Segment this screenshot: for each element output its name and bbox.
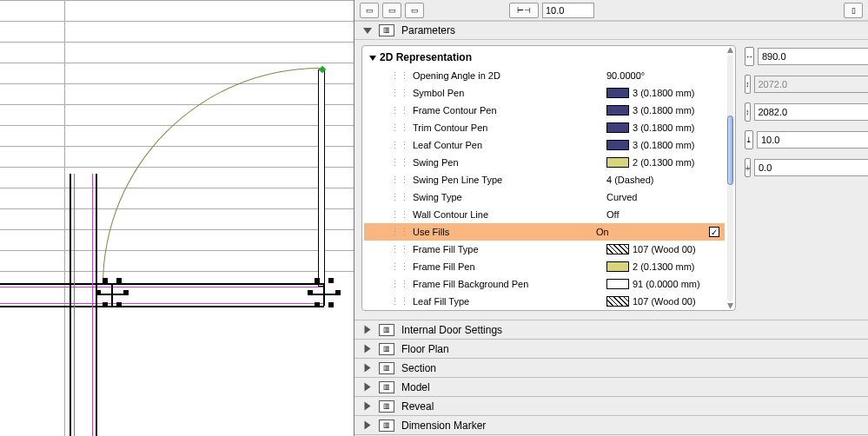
param-row[interactable]: ⋮⋮Trim Contour Pen3 (0.1800 mm) [364,119,725,136]
door-leaf [318,69,325,287]
param-value[interactable]: 90.0000° [606,70,719,81]
section-title: Floor Plan [401,343,449,355]
elevation-icon: ⏚ [745,158,751,177]
param-label: Trim Contour Pen [413,122,606,133]
param-label: Wall Contour Line [413,209,606,220]
sill-input[interactable] [757,131,868,149]
param-row[interactable]: ⋮⋮Frame Contour Pen3 (0.1800 mm) [364,102,725,119]
param-row[interactable]: ⋮⋮Frame Fill Type107 (Wood 00) [364,241,725,258]
anchor-icon-2[interactable]: ▭ [382,3,401,18]
param-label: Swing Pen Line Type [413,175,606,185]
param-row[interactable]: ⋮⋮Use FillsOn✓ [364,223,725,241]
param-value[interactable]: 3 (0.1800 mm) [606,105,719,116]
param-value[interactable]: 107 (Wood 00) [606,244,719,254]
disclosure-triangle-icon [365,345,371,353]
param-row[interactable]: ⋮⋮Opening Angle in 2D90.0000° [364,67,725,84]
param-value[interactable]: 2 (0.1300 mm) [606,157,719,168]
param-label: Swing Pen [413,157,606,168]
param-row[interactable]: ⋮⋮Leaf Fill Type107 (Wood 00) [364,293,725,308]
param-value[interactable]: On [596,227,709,237]
param-label: Leaf Contur Pen [413,140,606,150]
dimension-inputs: ↔ ↕ ▴▾ ↕ ⤓ ⏚ [745,45,861,311]
top-value-input[interactable] [542,3,594,18]
param-row[interactable]: ⋮⋮Wall Contour LineOff [364,206,725,223]
param-label: Leaf Fill Type [413,296,606,307]
disclosure-triangle-icon [365,364,371,373]
param-label: Frame Fill Pen [413,261,606,272]
scrollbar[interactable] [727,55,733,301]
fill-swatch [606,244,629,254]
section-icon: ▥ [379,343,394,355]
param-value[interactable]: 4 (Dashed) [606,175,719,185]
param-value[interactable]: 3 (0.1800 mm) [606,122,719,133]
param-label: Swing Type [413,192,606,202]
section-icon: ▥ [379,324,394,336]
disclosure-triangle-icon [365,402,371,411]
param-row[interactable]: ⋮⋮Leaf Contur Pen3 (0.1800 mm) [364,136,725,154]
pen-swatch [606,88,629,98]
param-value[interactable]: 91 (0.0000 mm) [606,279,719,289]
anchor-icon-1[interactable]: ▭ [360,3,379,18]
scroll-up-icon[interactable] [727,48,733,53]
param-value[interactable]: Curved [606,192,719,202]
sill-icon: ⤓ [745,130,753,149]
dimension-icon[interactable]: ⊢⊣ [509,3,539,18]
elevation-input[interactable] [754,159,868,176]
disclosure-triangle-icon [365,326,371,334]
scroll-thumb[interactable] [727,116,733,185]
param-row[interactable]: ⋮⋮Frame Fill Pen2 (0.1300 mm) [364,258,725,275]
edit-node[interactable] [96,278,130,313]
width-input[interactable] [758,48,868,65]
edit-node[interactable] [308,278,342,313]
parameters-section-header[interactable]: ▥ Parameters [354,21,868,40]
section-icon: ▥ [379,400,394,413]
wall-vertical [70,174,97,436]
pen-swatch [606,261,629,272]
unit-height-icon: ↕ [745,102,751,122]
param-value[interactable]: 3 (0.1800 mm) [606,140,719,150]
section-title: Section [401,362,436,374]
pen-swatch [606,105,629,116]
link-icon[interactable]: ▯ [844,3,863,18]
param-row[interactable]: ⋮⋮Swing Pen2 (0.1300 mm) [364,154,725,171]
disclosure-triangle-icon [363,28,372,34]
collapsed-section-header[interactable]: ▥Floor Plan [354,339,868,358]
collapsed-section-header[interactable]: ▥Reveal [354,396,868,415]
param-row[interactable]: ⋮⋮Symbol Pen3 (0.1800 mm) [364,84,725,102]
param-value[interactable]: Off [606,209,719,220]
param-value[interactable]: 2 (0.1300 mm) [606,261,719,272]
collapsed-section-header[interactable]: ▥Internal Door Settings [354,320,868,339]
disclosure-triangle-icon [365,383,371,392]
scroll-down-icon[interactable] [727,303,733,308]
pen-swatch [606,140,629,150]
collapsed-section-header[interactable]: ▥Section [354,358,868,377]
param-value[interactable]: 107 (Wood 00) [606,296,719,307]
anchor-icon-3[interactable]: ▭ [405,3,424,18]
section-title: Internal Door Settings [401,324,502,336]
width-icon: ↔ [745,47,754,66]
height-icon: ↕ [745,75,751,94]
param-label: Use Fills [413,227,596,237]
param-row[interactable]: ⋮⋮Swing TypeCurved [364,188,725,206]
checkbox[interactable]: ✓ [709,227,719,237]
param-label: Opening Angle in 2D [413,70,606,81]
parameters-icon: ▥ [379,24,394,36]
drawing-canvas[interactable] [0,0,354,436]
param-row[interactable]: ⋮⋮Swing Pen Line Type4 (Dashed) [364,171,725,188]
unit-height-input[interactable] [754,103,869,121]
param-group-header[interactable]: 2D Representation [364,48,725,67]
param-label: Frame Fill Background Pen [413,279,606,289]
disclosure-triangle-icon [365,421,371,430]
top-toolbar: ▭ ▭ ▭ ⊢⊣ ▯ [354,0,868,21]
section-title: Reveal [401,400,434,413]
height-input-disabled [754,76,869,93]
param-value[interactable]: 3 (0.1800 mm) [606,88,719,98]
settings-panel: ▭ ▭ ▭ ⊢⊣ ▯ ▥ Parameters 2D Representatio… [354,0,868,436]
param-row[interactable]: ⋮⋮Frame Fill Background Pen91 (0.0000 mm… [364,275,725,293]
parameters-list[interactable]: 2D Representation⋮⋮Opening Angle in 2D90… [361,45,736,311]
collapsed-section-header[interactable]: ▥Dimension Marker [354,415,868,434]
pen-swatch [606,122,629,133]
collapsed-section-header[interactable]: ▥Model [354,377,868,396]
fill-swatch [606,296,629,307]
section-title: Model [401,381,430,393]
